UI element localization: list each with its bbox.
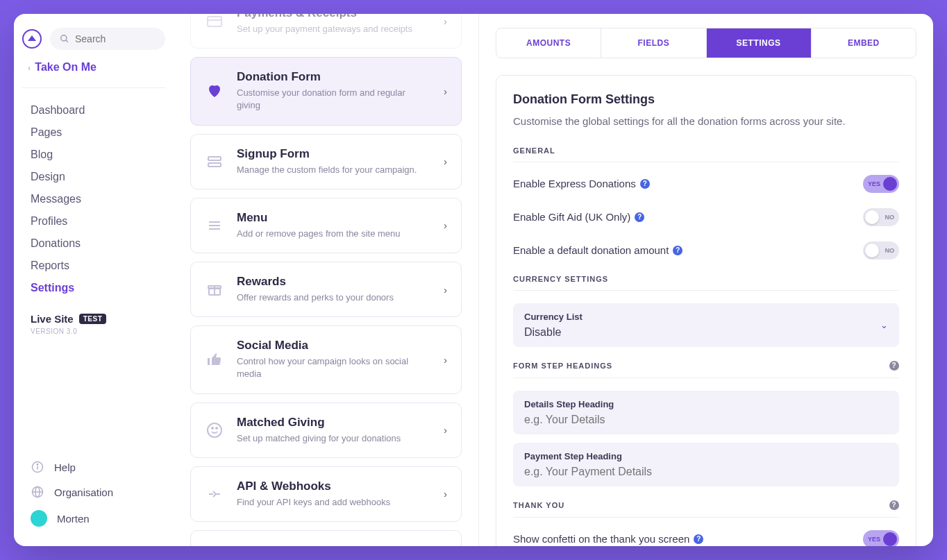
smile-icon <box>205 421 224 440</box>
tab-amounts[interactable]: AMOUNTS <box>496 28 601 58</box>
panel-title: Donation Form Settings <box>513 92 899 107</box>
card-api-webhooks[interactable]: API & Webhooks Find your API keys and ad… <box>190 466 462 522</box>
svg-rect-8 <box>208 17 221 26</box>
card-redirects[interactable]: Redirects <box>190 530 462 546</box>
search-box[interactable] <box>50 28 165 50</box>
help-icon[interactable]: ? <box>640 179 650 189</box>
svg-point-19 <box>212 427 213 429</box>
card-matched-giving[interactable]: Matched Giving Set up matched giving for… <box>190 402 462 458</box>
help-icon[interactable]: ? <box>635 212 644 222</box>
card-title: Payments & Receipts <box>237 14 431 20</box>
card-title: Donation Form <box>237 70 431 84</box>
card-rewards[interactable]: Rewards Offer rewards and perks to your … <box>190 262 462 317</box>
chevron-left-icon: ‹ <box>28 62 31 73</box>
help-icon[interactable]: ? <box>889 361 899 371</box>
app-window: ‹ Take On Me Dashboard Pages Blog Design… <box>14 14 933 546</box>
search-icon <box>60 34 69 44</box>
card-menu[interactable]: Menu Add or remove pages from the site m… <box>190 198 462 253</box>
toggle-giftaid[interactable]: NO <box>863 208 899 226</box>
toggle-label-giftaid: Enable Gift Aid (UK Only) ? <box>513 211 644 223</box>
chevron-right-icon: › <box>444 424 447 436</box>
nav-pages[interactable]: Pages <box>28 121 160 144</box>
svg-rect-11 <box>208 163 221 167</box>
version-text: VERSION 3.0 <box>22 325 165 338</box>
chevron-down-icon: ⌄ <box>880 320 888 330</box>
help-icon[interactable]: ? <box>673 246 682 255</box>
card-donation-form[interactable]: Donation Form Customise your donation fo… <box>190 57 462 125</box>
field-label: Details Step Heading <box>524 399 888 409</box>
test-badge: TEST <box>79 314 107 324</box>
toggle-label-confetti: Show confetti on the thank you screen ? <box>513 533 703 545</box>
nav-donations[interactable]: Donations <box>28 232 160 255</box>
section-currency: CURRENCY SETTINGS <box>513 275 899 291</box>
chevron-right-icon: › <box>444 284 447 296</box>
help-icon[interactable]: ? <box>694 534 703 544</box>
live-site-label: Live Site <box>31 313 74 325</box>
toggle-default-amount[interactable]: NO <box>863 241 899 260</box>
card-desc: Customise your donation form and regular… <box>237 87 431 112</box>
api-icon <box>205 484 224 504</box>
settings-list-panel: Payments & Receipts Set up your payment … <box>174 14 479 546</box>
nav-list: Dashboard Pages Blog Design Messages Pro… <box>22 87 165 299</box>
breadcrumb-back[interactable]: ‹ Take On Me <box>22 61 165 74</box>
breadcrumb-label: Take On Me <box>35 61 97 74</box>
card-desc: Add or remove pages from the site menu <box>237 228 431 240</box>
sidebar: ‹ Take On Me Dashboard Pages Blog Design… <box>14 14 174 546</box>
nav-profiles[interactable]: Profiles <box>28 210 160 232</box>
nav-design[interactable]: Design <box>28 166 160 188</box>
redirect-icon <box>205 543 224 546</box>
nav-reports[interactable]: Reports <box>28 255 160 277</box>
svg-point-18 <box>208 423 221 437</box>
nav-settings[interactable]: Settings <box>28 277 160 299</box>
chevron-right-icon: › <box>444 488 447 500</box>
info-icon <box>31 460 44 474</box>
chevron-right-icon: › <box>444 354 447 366</box>
card-title: Matched Giving <box>237 416 431 430</box>
svg-line-1 <box>66 40 68 42</box>
section-headings: FORM STEP HEADINGS ? <box>513 361 899 378</box>
svg-point-0 <box>61 35 67 41</box>
toggle-confetti[interactable]: YES <box>863 530 899 547</box>
user-link[interactable]: Morten <box>28 504 160 532</box>
card-desc: Control how your campaign looks on socia… <box>237 355 431 380</box>
logo-icon[interactable] <box>22 29 42 49</box>
card-social-media[interactable]: Social Media Control how your campaign l… <box>190 325 462 393</box>
toggle-label-default-amount: Enable a default donation amount ? <box>513 244 682 256</box>
card-title: Menu <box>237 211 431 225</box>
gift-icon <box>205 280 224 299</box>
card-signup-form[interactable]: Signup Form Manage the custom fields for… <box>190 134 462 189</box>
card-title: Rewards <box>237 275 431 289</box>
svg-point-4 <box>37 464 38 466</box>
tab-embed[interactable]: EMBED <box>812 28 916 58</box>
card-payments[interactable]: Payments & Receipts Set up your payment … <box>190 14 462 49</box>
toggle-express[interactable]: YES <box>863 175 899 193</box>
card-desc: Offer rewards and perks to your donors <box>237 291 431 304</box>
search-input[interactable] <box>75 33 156 44</box>
live-site-link[interactable]: Live Site TEST <box>22 313 165 325</box>
field-label: Currency List <box>524 312 888 322</box>
card-title: API & Webhooks <box>237 480 431 493</box>
menu-icon <box>205 216 224 235</box>
thumbsup-icon <box>205 350 224 369</box>
nav-messages[interactable]: Messages <box>28 188 160 210</box>
toggle-label-express: Enable Express Donations ? <box>513 178 650 189</box>
tab-settings[interactable]: SETTINGS <box>707 28 812 58</box>
organisation-link[interactable]: Organisation <box>28 480 160 504</box>
card-desc: Set up matched giving for your donations <box>237 432 431 445</box>
chevron-right-icon: › <box>444 15 447 27</box>
details-heading-input-block[interactable]: Details Step Heading <box>513 391 899 434</box>
panel-desc: Customise the global settings for all th… <box>513 114 899 130</box>
payment-heading-input[interactable] <box>524 466 888 478</box>
help-link[interactable]: Help <box>28 455 160 480</box>
details-heading-input[interactable] <box>524 414 888 426</box>
currency-list-select[interactable]: Currency List Disable ⌄ <box>513 303 899 347</box>
nav-dashboard[interactable]: Dashboard <box>28 99 160 121</box>
tab-fields[interactable]: FIELDS <box>601 28 706 58</box>
card-desc: Manage the custom fields for your campai… <box>237 164 431 176</box>
help-icon[interactable]: ? <box>889 500 899 510</box>
card-desc: Find your API keys and add webhooks <box>237 496 431 509</box>
nav-blog[interactable]: Blog <box>28 144 160 166</box>
payment-heading-input-block[interactable]: Payment Step Heading <box>513 443 899 486</box>
chevron-right-icon: › <box>444 219 447 231</box>
form-icon <box>205 152 224 171</box>
